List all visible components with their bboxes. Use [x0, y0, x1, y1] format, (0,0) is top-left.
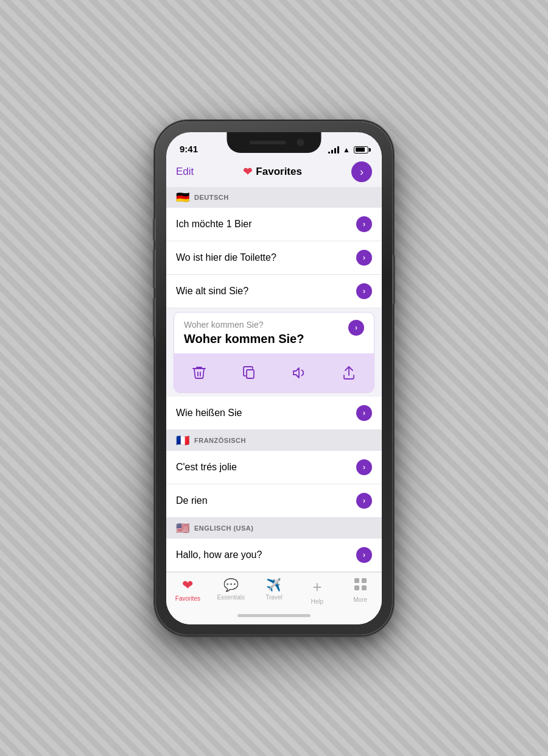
- signal-icon: [328, 146, 339, 154]
- list-item[interactable]: C'est trés jolie ›: [166, 451, 382, 484]
- notch-speaker: [249, 141, 286, 144]
- section-label-englisch: ENGLISCH (USA): [194, 525, 253, 532]
- list-item[interactable]: Wo ist hier die Toilette? ›: [166, 241, 382, 275]
- expanded-text-large: Woher kommen Sie?: [184, 332, 348, 346]
- item-text: De rien: [176, 495, 356, 506]
- item-text: Wie alt sind Sie?: [176, 286, 356, 297]
- chevron-icon[interactable]: ›: [348, 320, 364, 336]
- status-icons: ▲: [328, 146, 368, 154]
- item-text: Wo ist hier die Toilette?: [176, 252, 356, 263]
- phone-wrapper: 9:41 ▲ Edit ❤: [155, 121, 393, 635]
- tab-label-travel: Travel: [265, 594, 282, 601]
- travel-icon: ✈️: [266, 578, 281, 592]
- section-label-franzosisch: FRANZÖSISCH: [194, 437, 246, 444]
- expanded-item[interactable]: Woher kommen Sie? Woher kommen Sie? ›: [174, 312, 374, 393]
- list-item[interactable]: Wie heißen Sie ›: [166, 397, 382, 430]
- tab-label-essentials: Essentials: [217, 594, 245, 601]
- tab-essentials[interactable]: 💬 Essentials: [209, 578, 253, 605]
- svg-rect-4: [362, 585, 367, 590]
- tab-more[interactable]: More: [339, 578, 382, 605]
- chevron-icon[interactable]: ›: [356, 250, 372, 266]
- sound-action-button[interactable]: [287, 361, 311, 385]
- edit-button[interactable]: Edit: [176, 166, 194, 178]
- wifi-icon: ▲: [343, 146, 350, 154]
- expanded-actions: [174, 353, 374, 392]
- delete-action-button[interactable]: [187, 361, 211, 385]
- chevron-icon[interactable]: ›: [356, 216, 372, 232]
- svg-rect-1: [354, 578, 359, 583]
- svg-rect-2: [362, 578, 367, 583]
- section-label-deutsch: DEUTSCH: [194, 194, 229, 201]
- power-button: [393, 255, 395, 304]
- item-text: Hallo, how are you?: [176, 549, 356, 560]
- chevron-icon[interactable]: ›: [356, 405, 372, 421]
- content-area: 🇩🇪 DEUTSCH Ich möchte 1 Bier › Wo ist hi…: [166, 187, 382, 572]
- volume-up-button: [153, 249, 155, 288]
- notch-camera: [297, 139, 304, 146]
- essentials-icon: 💬: [223, 578, 239, 592]
- mute-button: [153, 219, 155, 241]
- arrow-right-icon: ›: [360, 166, 364, 177]
- list-item[interactable]: Ich möchte 1 Bier ›: [166, 208, 382, 241]
- chevron-icon[interactable]: ›: [356, 547, 372, 563]
- tab-help[interactable]: + Help: [295, 578, 339, 605]
- svg-rect-0: [247, 370, 254, 378]
- favorites-icon: ❤: [182, 578, 193, 593]
- chevron-icon[interactable]: ›: [356, 459, 372, 475]
- list-item[interactable]: Wie alt sind Sie? ›: [166, 275, 382, 308]
- section-header-franzosisch: 🇫🇷 FRANZÖSISCH: [166, 430, 382, 451]
- chevron-icon[interactable]: ›: [356, 283, 372, 299]
- section-header-englisch: 🇺🇸 ENGLISCH (USA): [166, 518, 382, 539]
- item-text: Wie heißen Sie: [176, 408, 356, 419]
- list-item[interactable]: Hallo, how are you? ›: [166, 539, 382, 572]
- section-header-deutsch: 🇩🇪 DEUTSCH: [166, 187, 382, 208]
- expanded-top: Woher kommen Sie? Woher kommen Sie? ›: [174, 313, 374, 353]
- tab-bar: ❤ Favorites 💬 Essentials ✈️ Travel + Hel…: [166, 572, 382, 607]
- screen-content: 9:41 ▲ Edit ❤: [166, 132, 382, 624]
- expanded-text-small: Woher kommen Sie?: [184, 320, 348, 330]
- tab-favorites[interactable]: ❤ Favorites: [166, 578, 209, 605]
- chevron-icon[interactable]: ›: [356, 493, 372, 509]
- heart-icon: ❤: [243, 165, 252, 178]
- volume-down-button: [153, 298, 155, 337]
- tab-label-help: Help: [311, 598, 324, 605]
- home-bar: [237, 614, 311, 617]
- item-text: Ich möchte 1 Bier: [176, 219, 356, 230]
- home-indicator: [166, 607, 382, 624]
- nav-arrow-button[interactable]: ›: [351, 161, 372, 182]
- notch: [227, 132, 321, 153]
- tab-label-more: More: [353, 596, 367, 603]
- flag-franzosisch: 🇫🇷: [176, 434, 189, 447]
- tab-label-favorites: Favorites: [175, 595, 200, 602]
- flag-englisch: 🇺🇸: [176, 521, 189, 535]
- help-icon: +: [312, 578, 321, 596]
- page-title: Favorites: [256, 166, 302, 178]
- battery-icon: [354, 146, 368, 154]
- list-item[interactable]: De rien ›: [166, 484, 382, 518]
- nav-title: ❤ Favorites: [243, 165, 302, 178]
- nav-bar: Edit ❤ Favorites ›: [166, 159, 382, 187]
- share-action-button[interactable]: [337, 361, 361, 385]
- more-icon: [354, 578, 367, 595]
- item-text: C'est trés jolie: [176, 462, 356, 473]
- tab-travel[interactable]: ✈️ Travel: [253, 578, 296, 605]
- svg-rect-3: [354, 585, 359, 590]
- flag-deutsch: 🇩🇪: [176, 191, 189, 204]
- copy-action-button[interactable]: [237, 361, 261, 385]
- phone-screen: 9:41 ▲ Edit ❤: [166, 132, 382, 624]
